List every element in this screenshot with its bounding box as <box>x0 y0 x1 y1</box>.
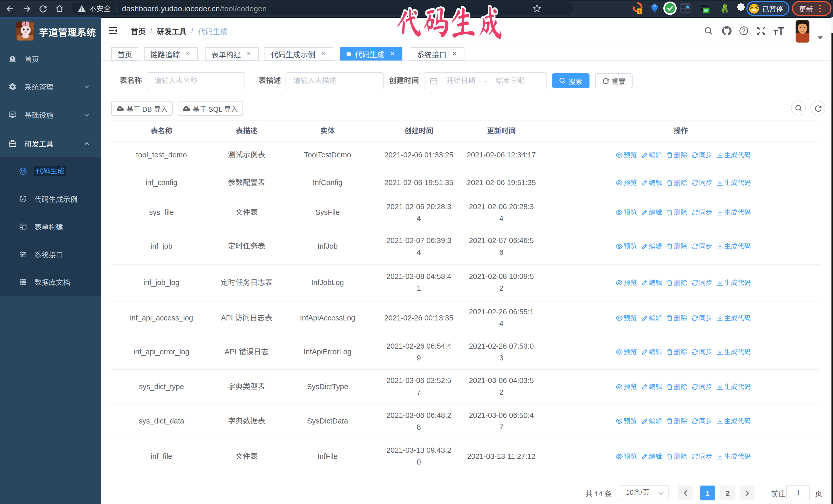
svg-text:1: 1 <box>638 9 641 14</box>
svg-text:on: on <box>704 8 708 12</box>
